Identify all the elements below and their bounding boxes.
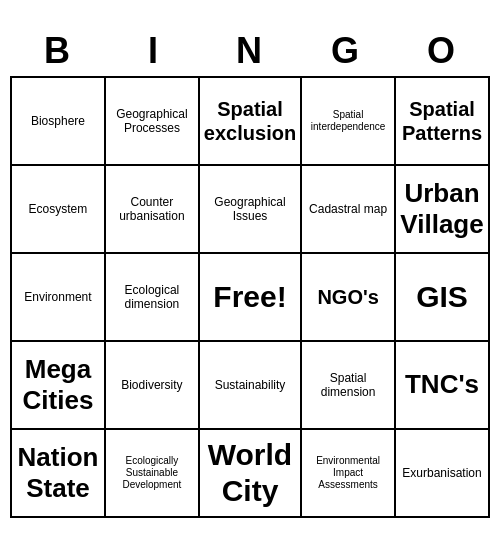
bingo-cell-17[interactable]: Sustainability	[200, 342, 302, 430]
header-o: O	[394, 26, 490, 76]
bingo-cell-4[interactable]: Spatial Patterns	[396, 78, 490, 166]
bingo-cell-20[interactable]: Nation State	[12, 430, 106, 518]
header-i: I	[106, 26, 202, 76]
bingo-cell-5[interactable]: Ecosystem	[12, 166, 106, 254]
bingo-card: B I N G O BiosphereGeographical Processe…	[10, 26, 490, 518]
bingo-cell-15[interactable]: Mega Cities	[12, 342, 106, 430]
bingo-cell-3[interactable]: Spatial interdependence	[302, 78, 396, 166]
bingo-cell-23[interactable]: Environmental Impact Assessments	[302, 430, 396, 518]
bingo-cell-13[interactable]: NGO's	[302, 254, 396, 342]
header-n: N	[202, 26, 298, 76]
bingo-cell-6[interactable]: Counter urbanisation	[106, 166, 200, 254]
bingo-header: B I N G O	[10, 26, 490, 76]
bingo-cell-24[interactable]: Exurbanisation	[396, 430, 490, 518]
header-g: G	[298, 26, 394, 76]
bingo-cell-18[interactable]: Spatial dimension	[302, 342, 396, 430]
bingo-cell-1[interactable]: Geographical Processes	[106, 78, 200, 166]
bingo-cell-0[interactable]: Biosphere	[12, 78, 106, 166]
bingo-cell-21[interactable]: Ecologically Sustainable Development	[106, 430, 200, 518]
bingo-grid: BiosphereGeographical ProcessesSpatial e…	[10, 76, 490, 518]
header-b: B	[10, 26, 106, 76]
bingo-cell-9[interactable]: Urban Village	[396, 166, 490, 254]
bingo-cell-22[interactable]: World City	[200, 430, 302, 518]
bingo-cell-10[interactable]: Environment	[12, 254, 106, 342]
bingo-cell-8[interactable]: Cadastral map	[302, 166, 396, 254]
bingo-cell-12[interactable]: Free!	[200, 254, 302, 342]
bingo-cell-7[interactable]: Geographical Issues	[200, 166, 302, 254]
bingo-cell-2[interactable]: Spatial exclusion	[200, 78, 302, 166]
bingo-cell-11[interactable]: Ecological dimension	[106, 254, 200, 342]
bingo-cell-19[interactable]: TNC's	[396, 342, 490, 430]
bingo-cell-14[interactable]: GIS	[396, 254, 490, 342]
bingo-cell-16[interactable]: Biodiversity	[106, 342, 200, 430]
